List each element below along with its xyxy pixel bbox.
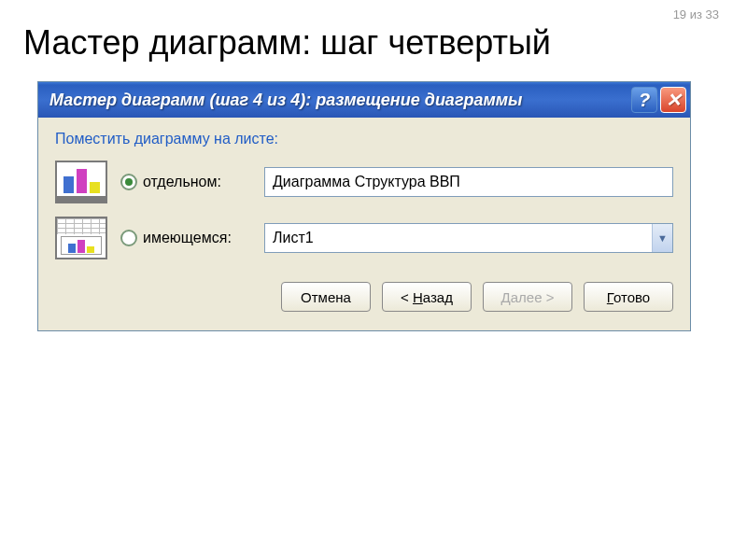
- next-suffix: >: [546, 289, 555, 305]
- back-button[interactable]: < Назад: [382, 282, 472, 312]
- finish-hotkey: Г: [607, 289, 613, 305]
- finish-rest: отово: [613, 289, 650, 305]
- titlebar-text: Мастер диаграмм (шаг 4 из 4): размещение…: [49, 91, 628, 110]
- next-button: Далее >: [483, 282, 572, 312]
- option-row-separate: отдельном:: [55, 161, 673, 203]
- page-counter: 19 из 33: [673, 7, 719, 21]
- worksheet-icon: [55, 217, 107, 259]
- back-hotkey: Н: [413, 289, 423, 305]
- cancel-button[interactable]: Отмена: [281, 282, 371, 312]
- radio-existing-label: имеющемся:: [143, 230, 232, 246]
- dialog-content: Поместить диаграмму на листе: отдельном:: [38, 118, 690, 330]
- close-icon: ✕: [666, 89, 682, 111]
- button-row: Отмена < Назад Далее > Готово: [55, 282, 673, 312]
- back-rest: азад: [423, 289, 453, 305]
- finish-button[interactable]: Готово: [584, 282, 673, 312]
- help-button[interactable]: ?: [631, 87, 657, 113]
- help-icon: ?: [639, 90, 650, 111]
- back-prefix: <: [401, 289, 413, 305]
- radio-separate-label: отдельном:: [143, 174, 221, 190]
- chart-name-input[interactable]: [264, 167, 673, 197]
- sheet-select[interactable]: Лист1 ▼: [264, 223, 673, 253]
- radio-existing-indicator: [120, 230, 137, 246]
- radio-separate-indicator: [120, 174, 137, 190]
- chart-wizard-dialog: Мастер диаграмм (шаг 4 из 4): размещение…: [37, 81, 691, 331]
- next-prefix: Далее: [501, 289, 546, 305]
- section-label: Поместить диаграмму на листе:: [55, 131, 673, 147]
- radio-existing[interactable]: имеющемся:: [120, 230, 251, 246]
- radio-separate[interactable]: отдельном:: [120, 174, 251, 190]
- page-title: Мастер диаграмм: шаг четвертый: [23, 23, 747, 63]
- chart-sheet-icon: [55, 161, 107, 203]
- option-row-existing: имеющемся: Лист1 ▼: [55, 217, 673, 259]
- close-button[interactable]: ✕: [660, 87, 686, 113]
- titlebar: Мастер диаграмм (шаг 4 из 4): размещение…: [38, 82, 690, 118]
- chevron-down-icon: ▼: [652, 224, 672, 252]
- sheet-select-value: Лист1: [265, 224, 652, 252]
